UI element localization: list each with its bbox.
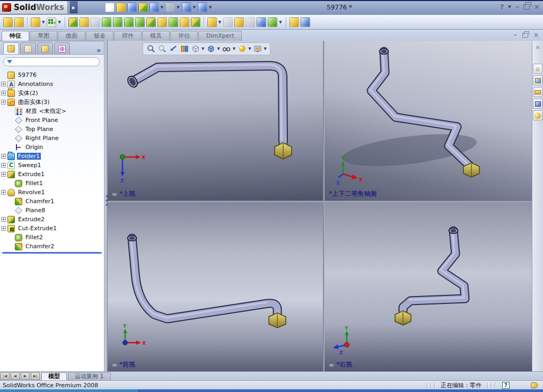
tree-item-annotations[interactable]: +AAnnotations <box>1 80 104 89</box>
configurationmanager-tab[interactable] <box>37 42 53 54</box>
quick-tips-help-icon[interactable]: ? <box>502 382 510 389</box>
dropdown-arrow-icon[interactable]: ▼ <box>508 5 511 9</box>
tab-features[interactable]: 特征 <box>2 31 29 41</box>
last-tab-button[interactable]: ▶| <box>31 372 40 380</box>
tab-evaluate[interactable]: 评估 <box>170 31 198 41</box>
hide-show-items-button[interactable] <box>222 44 232 54</box>
freeform-flyout-button[interactable] <box>207 18 217 27</box>
simple-hole-button[interactable] <box>14 18 24 27</box>
tree-item-extrude2[interactable]: +Extrude2 <box>1 215 104 224</box>
viewport-isometric-view[interactable]: Y X Z *上下二等角轴测 <box>325 41 532 201</box>
dropdown-arrow-icon[interactable]: ▼ <box>177 5 179 10</box>
tab-mold-tools[interactable]: 模具 <box>142 31 170 41</box>
tree-item-cut-extrude1[interactable]: +Cut-Extrude1 <box>1 224 104 233</box>
tree-item-revolve1[interactable]: +Revolve1 <box>1 188 104 197</box>
make-assembly-from-part-button[interactable] <box>138 3 148 12</box>
tree-item-surface-bodies[interactable]: +曲面实体(3) <box>1 98 104 107</box>
revolved-boss-button[interactable] <box>102 18 111 27</box>
hole-wizard-button[interactable] <box>3 18 13 27</box>
dropdown-arrow-icon[interactable]: ▼ <box>264 47 267 51</box>
extruded-cut-button[interactable] <box>80 18 89 27</box>
file-explorer-button[interactable] <box>533 87 542 97</box>
tab-surfaces[interactable]: 曲面 <box>58 31 85 41</box>
tree-item-part[interactable]: 59776 <box>1 71 104 80</box>
display-style-button[interactable] <box>206 44 216 54</box>
expand-toggle[interactable]: + <box>1 163 6 168</box>
tree-item-chamfer2[interactable]: Chamfer2 <box>1 242 104 251</box>
expand-toggle[interactable]: + <box>1 172 6 177</box>
tab-dimxpert[interactable]: DimXpert <box>198 31 242 41</box>
expand-toggle[interactable]: + <box>1 82 6 86</box>
tab-sketch[interactable]: 草图 <box>30 31 57 41</box>
extruded-boss-button[interactable] <box>68 18 78 27</box>
tree-item-fillet1[interactable]: Fillet1 <box>1 179 104 188</box>
spline-flyout-button[interactable] <box>268 18 277 27</box>
linear-pattern-button[interactable] <box>234 18 244 27</box>
mirror-button[interactable] <box>223 18 233 27</box>
tree-item-origin[interactable]: Origin <box>1 143 104 152</box>
next-tab-button[interactable]: ▶ <box>21 372 30 380</box>
dropdown-arrow-icon[interactable]: ▼ <box>193 5 196 10</box>
section-view-button[interactable] <box>179 44 189 54</box>
zoom-to-fit-button[interactable] <box>146 44 156 54</box>
tree-item-solid-bodies[interactable]: +实体(2) <box>1 89 104 98</box>
tab-sheet-metal[interactable]: 钣金 <box>86 31 113 41</box>
undo-button[interactable] <box>182 3 191 12</box>
tags-icon[interactable] <box>531 382 538 388</box>
help-button[interactable]: ? <box>500 3 504 11</box>
solidworks-resources-button[interactable]: ⌂ <box>533 64 542 74</box>
doc-restore-button[interactable] <box>522 33 528 38</box>
tree-item-front-plane[interactable]: Front Plane <box>1 116 104 125</box>
viewport-front-view[interactable]: Y X ∞ *前视 <box>108 202 323 371</box>
dropdown-arrow-icon[interactable]: ▼ <box>209 5 212 10</box>
doc-minimize-button[interactable]: – <box>514 31 517 39</box>
viewport-right-view[interactable]: Y Z ∞ *右视 <box>325 202 532 371</box>
swept-boss-button[interactable] <box>91 18 100 27</box>
apply-scene-button[interactable] <box>253 44 263 54</box>
expand-toggle[interactable]: + <box>1 226 6 231</box>
view-palette-button[interactable] <box>533 99 542 109</box>
dome-button[interactable] <box>169 18 178 27</box>
dropdown-arrow-icon[interactable]: ▼ <box>233 47 235 51</box>
print-button[interactable] <box>165 3 175 12</box>
dropdown-arrow-icon[interactable]: ▼ <box>202 47 204 51</box>
featuremanager-tree-tab[interactable] <box>3 42 19 54</box>
tree-item-fillet2[interactable]: Fillet2 <box>1 233 104 242</box>
tree-filter-input[interactable] <box>3 57 100 66</box>
propertymanager-tab[interactable] <box>20 42 36 54</box>
doc-close-button[interactable]: × <box>533 31 539 39</box>
graphics-area[interactable]: X Z ∞ *上视 <box>108 41 532 371</box>
motion-study-tab[interactable]: 运动算例 1 <box>68 372 111 380</box>
tree-item-right-plane[interactable]: Right Plane <box>1 134 104 143</box>
appearances-scenes-button[interactable] <box>533 110 542 120</box>
tab-weldments[interactable]: 焊件 <box>114 31 142 41</box>
expand-toggle[interactable]: + <box>1 217 6 222</box>
viewport-top-view[interactable]: X Z ∞ *上视 <box>108 41 323 201</box>
tree-item-extrude1[interactable]: +Extrude1 <box>1 170 104 179</box>
restore-button[interactable] <box>523 4 530 10</box>
dropdown-arrow-icon[interactable]: ▼ <box>58 20 60 24</box>
circular-pattern-button[interactable] <box>246 18 255 27</box>
viewport-horizontal-divider[interactable] <box>108 201 532 202</box>
move-copy-bodies-button[interactable] <box>301 18 310 27</box>
viewport-vertical-divider[interactable] <box>323 41 325 371</box>
expand-toggle[interactable]: + <box>1 91 6 95</box>
view-orientation-button[interactable] <box>190 44 200 54</box>
options-button[interactable] <box>198 3 207 12</box>
tree-item-sweep1[interactable]: +CSweep1 <box>1 161 104 170</box>
task-pane-close-button[interactable]: × <box>533 42 542 53</box>
shell-button[interactable] <box>135 18 145 27</box>
dimxpertmanager-tab[interactable]: ⊕ <box>54 42 70 54</box>
model-tab[interactable]: 模型 <box>41 372 67 380</box>
tree-item-top-plane[interactable]: Top Plane <box>1 125 104 134</box>
draft-button[interactable] <box>146 18 156 27</box>
dropdown-arrow-icon[interactable]: ▼ <box>42 20 45 24</box>
dropdown-arrow-icon[interactable]: ▼ <box>248 47 251 51</box>
rib-button[interactable] <box>157 18 167 27</box>
new-document-button[interactable] <box>105 3 115 12</box>
zoom-to-area-button[interactable] <box>157 44 167 54</box>
tree-item-plane8[interactable]: Plane8 <box>1 206 104 215</box>
expand-toggle[interactable]: + <box>1 154 6 159</box>
first-tab-button[interactable]: |◀ <box>1 372 10 380</box>
design-library-button[interactable] <box>533 75 542 85</box>
